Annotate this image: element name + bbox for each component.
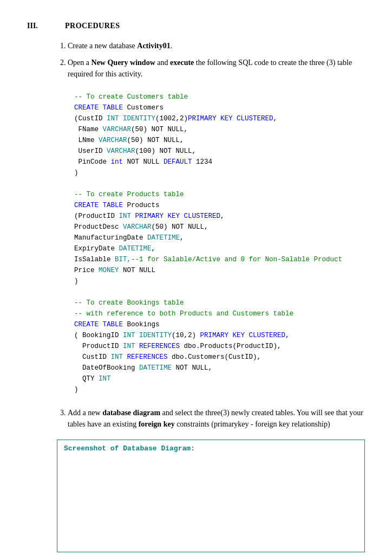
step2-bold1: New Query window (92, 59, 155, 67)
products-comment: -- To create Products table (74, 191, 184, 198)
userid-type: VARCHAR (107, 147, 135, 155)
step-2: Open a New Query window and execute the … (68, 57, 365, 80)
customers-table-name: Customers (123, 104, 164, 112)
create-keyword-2: CREATE TABLE (74, 202, 123, 209)
screenshot-content (64, 453, 358, 547)
create-keyword-3: CREATE TABLE (74, 321, 123, 328)
sql-code-block: -- To create Customers table CREATE TABL… (68, 87, 365, 399)
step-3: Add a new database diagram and select th… (68, 407, 365, 430)
step2-text-middle: and (155, 59, 170, 67)
products-table-name: Products (123, 202, 160, 209)
custid-identity-args: (1002,2) (155, 115, 188, 122)
lnme-field: LNme (74, 137, 99, 144)
customers-open-paren: (CustID (74, 115, 107, 122)
step-1: Create a new database Activity01. (68, 40, 365, 51)
section-header: III. PROCEDURES (27, 22, 365, 30)
step3-bold1: database diagram (102, 409, 160, 417)
create-keyword-1: CREATE TABLE (74, 104, 123, 112)
step1-text-after: . (171, 42, 173, 50)
step3-after: constraints (primarykey - foreign key re… (175, 420, 330, 428)
pincode-field: PinCode (74, 158, 111, 166)
bookings-table-name: Bookings (123, 321, 160, 328)
custid-comma: , (273, 115, 278, 122)
section-title: PROCEDURES (65, 22, 120, 30)
fname-type: VARCHAR (103, 126, 132, 133)
step1-bold: Activity01 (137, 42, 170, 50)
bookings-comment1: -- To create Bookings table (74, 299, 184, 307)
bookings-comment2: -- with reference to both Products and C… (74, 310, 293, 318)
step2-bold2: execute (170, 59, 194, 67)
userid-field: UserID (74, 147, 107, 155)
step1-text-before: Create a new database (68, 42, 137, 50)
products-open-paren: (ProductID (74, 212, 119, 220)
screenshot-label: Screenshot of Database Diagram: (64, 444, 358, 453)
custid-type: INT IDENTITY (107, 115, 155, 122)
screenshot-box: Screenshot of Database Diagram: (57, 440, 365, 552)
custid-pk: PRIMARY KEY CLUSTERED (188, 115, 273, 122)
content-area: Create a new database Activity01. Open a… (57, 40, 365, 552)
lnme-type: VARCHAR (99, 137, 127, 144)
customers-close-paren: ) (74, 169, 79, 177)
fname-field: FName (74, 126, 103, 133)
step3-bold2: foreign key (139, 420, 175, 428)
section-number: III. (27, 22, 49, 30)
customers-comment: -- To create Customers table (74, 93, 188, 101)
products-close-paren: ) (74, 278, 79, 285)
step3-before: Add a new (68, 409, 102, 417)
step2-text-before: Open a (68, 59, 92, 67)
